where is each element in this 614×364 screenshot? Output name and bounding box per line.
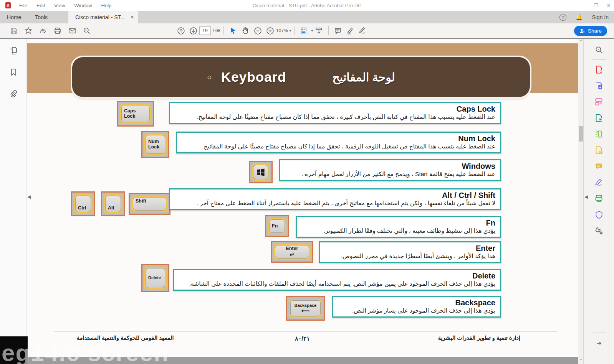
- key-image-num-lock: Num Lock: [141, 131, 169, 158]
- desc-box-num-lock: Num Lock عند الضغط عليه يتسبب هذا المفتا…: [176, 132, 501, 153]
- key-image-caps-lock: Caps Lock: [117, 101, 154, 127]
- slide-title-ar: لوحة المفاتيح: [333, 71, 396, 84]
- tab-document[interactable]: Cisco material - ST... ✕: [68, 11, 138, 23]
- edit-pdf-tool-icon[interactable]: [591, 128, 607, 140]
- backspace-arrow-icon: ⟵: [301, 308, 310, 313]
- fill-sign-tool-icon[interactable]: [591, 176, 607, 189]
- left-navigation-rail: [0, 39, 27, 364]
- restore-button[interactable]: ❐: [594, 3, 598, 8]
- close-button[interactable]: ✕: [607, 3, 611, 8]
- collapse-tools-panel-icon[interactable]: ◀: [584, 194, 588, 199]
- page-number-input[interactable]: [199, 26, 211, 35]
- key-image-ctrl: Ctrl: [71, 191, 95, 216]
- scrolling-mode-icon[interactable]: [313, 25, 325, 36]
- request-signatures-tool-icon[interactable]: [591, 144, 607, 156]
- title-bullet: ○: [207, 73, 212, 82]
- footer-page-number: ٨٠/٢١: [295, 335, 310, 342]
- desc-box-delete: Delete يؤدي هذا إلى حذف الحرف الموجود عل…: [173, 269, 501, 291]
- comment-tool-icon[interactable]: [332, 25, 344, 36]
- slide-title-banner: ○ Keyboard لوحة المفاتيح: [72, 57, 530, 97]
- pdf-page: ○ Keyboard لوحة المفاتيح Caps Lock Num L…: [27, 39, 578, 364]
- enter-return-arrow-icon: ↵: [290, 252, 295, 257]
- sign-tool-icon[interactable]: [356, 25, 369, 36]
- share-button-label: Share: [588, 28, 602, 34]
- previous-page-icon[interactable]: [175, 25, 187, 36]
- minimize-button[interactable]: –: [583, 3, 585, 8]
- zoom-out-icon[interactable]: [252, 25, 264, 36]
- menu-edit[interactable]: Edit: [36, 3, 45, 8]
- menu-file[interactable]: File: [19, 3, 27, 8]
- zoom-in-icon[interactable]: [264, 25, 276, 36]
- document-tab-label: Cisco material - ST...: [75, 14, 125, 20]
- save-icon[interactable]: [8, 25, 20, 36]
- export-pdf-tool-icon[interactable]: [591, 79, 607, 92]
- combine-files-tool-icon[interactable]: [591, 112, 607, 124]
- desc-box-enter: Enter هذا يؤكد الأوامر ، وينشئ أيضًا أسط…: [319, 241, 501, 263]
- key-image-windows: [249, 161, 273, 183]
- close-tab-icon[interactable]: ✕: [130, 15, 134, 20]
- comment-panel-tool-icon[interactable]: [591, 160, 607, 173]
- page-total-label: / 68: [213, 28, 220, 33]
- find-icon[interactable]: [81, 25, 93, 36]
- key-image-delete: Delete: [141, 264, 169, 292]
- help-icon[interactable]: ?: [559, 14, 566, 21]
- search-tool-icon[interactable]: [591, 43, 607, 56]
- menu-help[interactable]: Help: [101, 3, 112, 8]
- scrollbar-thumb[interactable]: [579, 126, 583, 142]
- tab-tools[interactable]: Tools: [28, 11, 55, 23]
- tools-rail: ◀ ⇥: [583, 39, 614, 364]
- upload-cloud-icon[interactable]: [37, 25, 49, 36]
- main-toolbar: / 68 107% ▾ ▾: [0, 23, 614, 38]
- footer-department: إدارة تنمية و تطوير القدرات البشرية: [438, 335, 520, 341]
- share-button[interactable]: Share: [574, 26, 607, 36]
- watermark-block: [0, 336, 28, 364]
- desc-box-windows: Windows عند الضغط عليه يفتح قائمة Start …: [279, 159, 501, 181]
- bookmarks-icon[interactable]: [7, 66, 20, 78]
- zoom-dropdown-caret-icon[interactable]: ▾: [290, 29, 291, 33]
- document-pane: ○ Keyboard لوحة المفاتيح Caps Lock Num L…: [27, 39, 583, 364]
- page-thumbnails-icon[interactable]: [7, 45, 20, 56]
- sign-in-link[interactable]: Sign In: [592, 14, 609, 20]
- scroll-up-icon[interactable]: ⌃: [578, 40, 583, 46]
- create-pdf-tool-icon[interactable]: [591, 63, 607, 76]
- key-image-enter: Enter ↵: [271, 241, 313, 263]
- collapse-left-panel-icon[interactable]: ◀: [27, 194, 31, 199]
- scan-ocr-tool-icon[interactable]: [591, 192, 607, 205]
- protect-tool-icon[interactable]: [591, 208, 607, 221]
- hand-tool-icon[interactable]: [239, 25, 252, 36]
- key-image-alt: Alt: [101, 191, 125, 216]
- menu-view[interactable]: View: [54, 3, 65, 8]
- share-person-icon: [579, 28, 585, 34]
- page-bottom-background: [27, 357, 578, 364]
- windows-logo-icon: [256, 168, 265, 177]
- vertical-scrollbar[interactable]: ⌃ ⌄: [578, 39, 583, 364]
- next-page-icon[interactable]: [187, 25, 199, 36]
- scroll-down-icon[interactable]: ⌄: [578, 357, 583, 363]
- desc-box-alt-ctrl-shift: Alt / Ctrl / Shift لا تفعل شيئاً من تلقا…: [169, 188, 501, 210]
- desc-box-caps-lock: Caps Lock عند الضغط عليه يتسبب هذا المفت…: [169, 102, 501, 124]
- tab-home[interactable]: Home: [0, 11, 28, 23]
- desc-box-fn: Fn يؤدي هذا إلى تنشيط وظائف معينة ، والت…: [296, 216, 501, 238]
- notifications-bell-icon[interactable]: 🔔: [576, 14, 583, 21]
- title-bar: A File Edit View Window Help Cisco mater…: [0, 0, 614, 11]
- acrobat-logo-icon: A: [5, 2, 11, 8]
- footer-institute: المعهد القومى للحوكمة والتنمية المستدامة: [77, 335, 174, 341]
- email-icon[interactable]: [66, 25, 78, 36]
- zoom-level-value[interactable]: 107%: [276, 28, 288, 33]
- slide-title-en: Keyboard: [221, 69, 286, 85]
- select-tool-icon[interactable]: [227, 25, 239, 36]
- tab-bar: Home Tools Cisco material - ST... ✕ ? 🔔 …: [0, 11, 614, 23]
- key-image-backspace: Backspace ⟵: [286, 296, 325, 321]
- page-display-icon[interactable]: [298, 25, 310, 36]
- acrobat-window: A File Edit View Window Help Cisco mater…: [0, 0, 614, 364]
- print-icon[interactable]: [51, 25, 64, 36]
- key-image-shift: Shift: [129, 193, 170, 215]
- star-favorites-icon[interactable]: [22, 25, 35, 36]
- detach-panel-icon[interactable]: ⇥: [591, 337, 607, 349]
- menu-window[interactable]: Window: [74, 3, 92, 8]
- highlighter-tool-icon[interactable]: [344, 25, 356, 36]
- organize-pages-tool-icon[interactable]: [591, 96, 607, 108]
- more-tools-icon[interactable]: [591, 224, 607, 237]
- attachments-paperclip-icon[interactable]: [7, 88, 20, 99]
- desc-box-backspace: Backspace يؤدي هذا إلى حذف الحرف الموجود…: [332, 296, 501, 318]
